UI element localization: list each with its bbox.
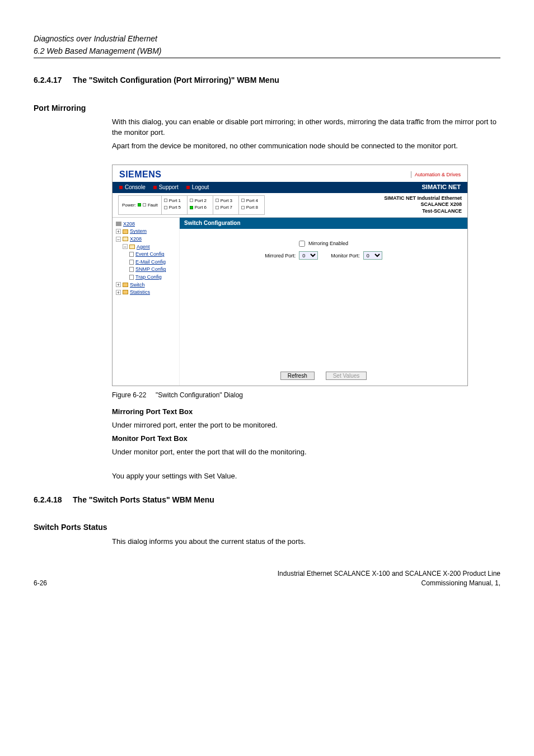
- expand-icon[interactable]: +: [116, 290, 121, 295]
- port-label: Port 6: [195, 204, 207, 210]
- port-label: Port 1: [169, 198, 181, 204]
- refresh-button[interactable]: Refresh: [280, 372, 315, 380]
- collapse-icon[interactable]: −: [116, 237, 121, 242]
- page-icon: [129, 260, 134, 265]
- port-cell: Port 4 Port 8: [239, 195, 265, 215]
- port-mirroring-heading: Port Mirroring: [34, 103, 500, 114]
- simatic-net-label: SIMATIC NET: [422, 183, 461, 191]
- tree-label: X208: [130, 236, 142, 243]
- wbm-screenshot: SIEMENS Automation & Drives Console Supp…: [112, 165, 468, 386]
- paragraph: You apply your settings with Set Value.: [112, 471, 500, 481]
- nav-label: Logout: [192, 184, 209, 191]
- meta-line: SCALANCE X208: [384, 201, 462, 208]
- port-led-icon: [241, 199, 245, 202]
- pane-title: Switch Configuration: [180, 218, 467, 229]
- square-icon: [186, 186, 190, 189]
- paragraph: Under monitor port, enter the port that …: [112, 447, 500, 457]
- device-meta: SIMATIC NET Industrial Ethernet SCALANCE…: [384, 195, 462, 215]
- tree-item-email-config[interactable]: E-Mail Config: [116, 259, 178, 266]
- post-figure-text: Mirroring Port Text Box Under mirrored p…: [112, 407, 500, 481]
- mirrored-port-select[interactable]: 0: [299, 251, 318, 260]
- folder-icon: [123, 283, 128, 287]
- power-led-icon: [138, 203, 141, 206]
- tree-item-event-config[interactable]: Event Config: [116, 251, 178, 258]
- folder-open-icon: [123, 237, 128, 241]
- section-title: The "Switch Ports Status" WBM Menu: [73, 495, 214, 504]
- section-number: 6.2.4.18: [34, 495, 62, 504]
- port-label: Port 4: [246, 198, 258, 204]
- figure-label: Figure 6-22: [112, 391, 146, 399]
- mirroring-port-textbox-heading: Mirroring Port Text Box: [112, 407, 500, 417]
- tree-item-statistics[interactable]: +Statistics: [116, 289, 178, 296]
- tree-label: E-Mail Config: [135, 259, 166, 266]
- page-icon: [129, 275, 134, 280]
- nav-label: Console: [125, 184, 146, 191]
- page-icon: [129, 267, 134, 272]
- meta-line: SIMATIC NET Industrial Ethernet: [384, 195, 462, 202]
- port-label: Port 8: [246, 204, 258, 210]
- figure-text: "Switch Configuration" Dialog: [156, 391, 243, 399]
- tree-label: Trap Config: [135, 274, 162, 281]
- port-label: Port 5: [169, 204, 181, 210]
- tree-label: System: [130, 228, 147, 235]
- section-heading-1: 6.2.4.17 The "Switch Configuration (Port…: [34, 75, 500, 86]
- pane-body: Mirroring Enabled Mirrored Port: 0 Monit…: [180, 229, 467, 367]
- section-number: 6.2.4.17: [34, 76, 62, 84]
- port-led-icon: [241, 206, 245, 209]
- top-nav-bar: Console Support Logout SIMATIC NET: [113, 182, 467, 192]
- paragraph: Apart from the device be monitored, no o…: [112, 141, 500, 151]
- expand-icon[interactable]: +: [116, 282, 121, 287]
- tree-item-agent[interactable]: −Agent: [116, 243, 178, 251]
- tree-root[interactable]: X208: [116, 220, 178, 228]
- tree-item-system[interactable]: +System: [116, 228, 178, 235]
- tree-label: Switch: [130, 281, 145, 289]
- port-led-icon: [216, 199, 219, 202]
- port-led-icon: [216, 206, 219, 209]
- folder-icon: [123, 229, 128, 234]
- tree-item-x208[interactable]: −X208: [116, 236, 178, 243]
- square-icon: [153, 186, 157, 189]
- mirroring-enabled-checkbox[interactable]: [299, 241, 305, 247]
- nav-console[interactable]: Console: [119, 184, 146, 191]
- square-icon: [119, 186, 123, 189]
- monitor-port-textbox-heading: Monitor Port Text Box: [112, 434, 500, 444]
- tree-item-trap-config[interactable]: Trap Config: [116, 274, 178, 281]
- monitor-port-label: Monitor Port:: [331, 252, 360, 260]
- section-title: The "Switch Configuration (Port Mirrorin…: [73, 76, 279, 84]
- port-cell: Port 3 Port 7: [213, 195, 239, 215]
- port-label: Port 2: [195, 198, 207, 204]
- nav-tree: X208 +System −X208 −Agent Event Config E…: [113, 218, 180, 386]
- tree-label: SNMP Config: [135, 266, 166, 273]
- footer-line: Commissioning Manual, 1,: [278, 579, 500, 588]
- mirroring-enabled-label: Mirroring Enabled: [308, 240, 348, 247]
- power-fault-cell: Power: Fault: [118, 195, 162, 215]
- mirrored-port-label: Mirrored Port:: [265, 252, 296, 260]
- nav-logout[interactable]: Logout: [186, 184, 209, 191]
- expand-icon[interactable]: +: [116, 229, 121, 234]
- tree-label: Event Config: [135, 251, 165, 258]
- page-footer: 6-26 Industrial Ethernet SCALANCE X-100 …: [34, 569, 500, 588]
- set-values-button[interactable]: Set Values: [326, 372, 367, 380]
- footer-line: Industrial Ethernet SCALANCE X-100 and S…: [278, 569, 500, 579]
- monitor-port-select[interactable]: 0: [363, 251, 382, 260]
- tree-label: X208: [123, 220, 135, 228]
- meta-line: Test-SCALANCE: [384, 208, 462, 215]
- tree-label: Agent: [137, 243, 150, 251]
- collapse-icon[interactable]: −: [123, 244, 128, 249]
- page-number: 6-26: [34, 579, 47, 588]
- tree-item-snmp-config[interactable]: SNMP Config: [116, 266, 178, 273]
- fault-led-icon: [143, 203, 146, 206]
- tagline: Automation & Drives: [411, 171, 461, 179]
- folder-icon: [123, 290, 128, 294]
- tree-item-switch[interactable]: +Switch: [116, 281, 178, 289]
- nav-label: Support: [159, 184, 179, 191]
- brand-logo: SIEMENS: [119, 168, 162, 181]
- switch-ports-status-heading: Switch Ports Status: [34, 522, 500, 533]
- nav-support[interactable]: Support: [153, 184, 179, 191]
- port-label: Port 3: [221, 198, 232, 204]
- paragraph: Under mirrored port, enter the port to b…: [112, 420, 500, 430]
- port-status-grid: Power: Fault Port 1 Port 5 Port 2 Port 6…: [118, 195, 265, 215]
- port-led-icon: [164, 199, 167, 202]
- port-cell: Port 2 Port 6: [188, 195, 213, 215]
- device-icon: [116, 222, 121, 226]
